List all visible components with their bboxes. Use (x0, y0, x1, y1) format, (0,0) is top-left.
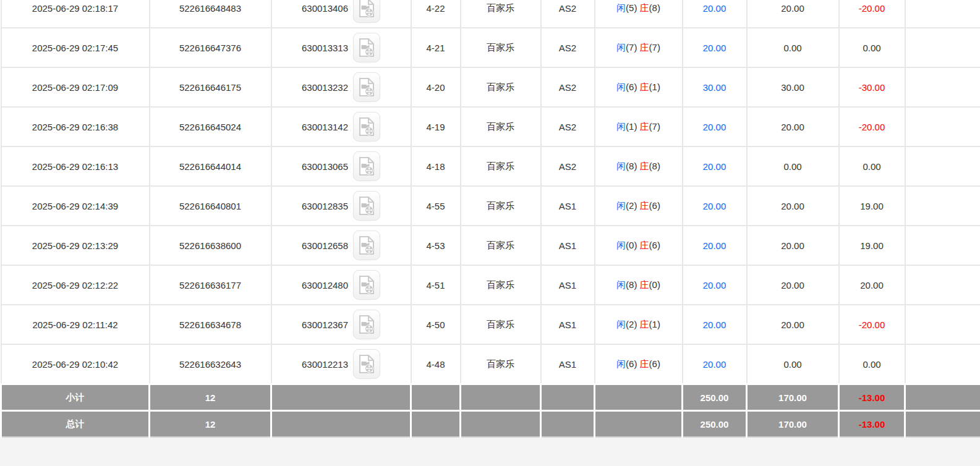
empty-cell (905, 146, 980, 186)
video-replay-button[interactable] (353, 270, 380, 300)
bet-number-cell: 522616644014 (150, 146, 271, 186)
bet-amount-cell: 20.00 (683, 186, 747, 226)
player-result-label: 闲 (616, 279, 626, 290)
footer-empty-cell (595, 384, 683, 411)
video-replay-icon (359, 315, 375, 334)
video-replay-button[interactable] (353, 191, 380, 221)
video-replay-button[interactable] (353, 310, 380, 339)
valid-amount-cell: 0.00 (747, 344, 839, 384)
footer-empty-cell (595, 411, 683, 438)
player-points: (2) (626, 200, 640, 211)
session-cell: 4-48 (411, 344, 461, 384)
table-code-cell: AS2 (541, 146, 595, 186)
footer-valid-total-cell: 170.00 (747, 384, 839, 411)
table-code-cell: AS2 (541, 107, 595, 146)
game-type-cell: 百家乐 (461, 305, 541, 344)
round-number-cell: 630013065 (271, 146, 411, 186)
video-replay-button[interactable] (353, 349, 380, 379)
bet-number-cell: 522616636177 (150, 265, 271, 305)
banker-points: (6) (649, 200, 660, 211)
bet-history-table: 2025-06-29 02:18:17522616648483630013406… (0, 0, 980, 438)
totals-body: 小计12250.00170.00-13.00总计12250.00170.00-1… (1, 384, 980, 438)
valid-amount-cell: 20.00 (747, 0, 839, 28)
banker-result-label: 庄 (640, 121, 649, 132)
table-code-cell: AS2 (541, 67, 595, 107)
banker-points: (8) (649, 161, 660, 171)
game-type-cell: 百家乐 (461, 67, 541, 107)
result-cell: 闲(1) 庄(7) (595, 107, 683, 146)
win-loss-cell: -20.00 (839, 107, 905, 146)
table-code-cell: AS2 (541, 28, 595, 67)
session-cell: 4-18 (411, 146, 461, 186)
win-loss-cell: -20.00 (839, 0, 905, 28)
game-type-cell: 百家乐 (461, 107, 541, 146)
valid-amount-cell: 20.00 (747, 186, 839, 226)
banker-result-label: 庄 (640, 161, 649, 171)
bet-amount-cell: 20.00 (683, 265, 747, 305)
banker-points: (7) (649, 42, 660, 53)
footer-empty-cell (541, 384, 595, 411)
game-type-cell: 百家乐 (461, 186, 541, 226)
valid-amount-cell: 20.00 (747, 107, 839, 146)
result-cell: 闲(0) 庄(6) (595, 226, 683, 265)
empty-cell (905, 265, 980, 305)
game-type-cell: 百家乐 (461, 226, 541, 265)
round-number-text: 630013313 (302, 43, 348, 53)
result-cell: 闲(2) 庄(1) (595, 305, 683, 344)
round-number-cell: 630013313 (271, 28, 411, 67)
bet-record-row: 2025-06-29 02:14:39522616640801630012835… (1, 186, 980, 226)
bet-time-cell: 2025-06-29 02:11:42 (1, 305, 150, 344)
game-type-cell: 百家乐 (461, 344, 541, 384)
footer-empty-cell (271, 411, 411, 438)
footer-empty-cell (541, 411, 595, 438)
empty-cell (905, 186, 980, 226)
player-result-label: 闲 (616, 2, 626, 13)
player-result-label: 闲 (616, 161, 626, 171)
table-code-cell: AS1 (541, 305, 595, 344)
bet-amount-cell: 20.00 (683, 344, 747, 384)
video-replay-button[interactable] (353, 72, 380, 102)
result-cell: 闲(5) 庄(8) (595, 0, 683, 28)
video-replay-icon (359, 157, 375, 176)
valid-amount-cell: 20.00 (747, 305, 839, 344)
win-loss-cell: -30.00 (839, 67, 905, 107)
footer-valid-total-cell: 170.00 (747, 411, 839, 438)
footer-win-loss-cell: -13.00 (839, 411, 905, 438)
banker-points: (8) (649, 2, 660, 13)
video-replay-button[interactable] (353, 151, 380, 181)
bet-record-row: 2025-06-29 02:16:13522616644014630013065… (1, 146, 980, 186)
video-replay-button[interactable] (353, 231, 380, 260)
empty-cell (905, 28, 980, 67)
bet-time-cell: 2025-06-29 02:17:45 (1, 28, 150, 67)
bet-number-cell: 522616647376 (150, 28, 271, 67)
video-replay-icon (359, 78, 375, 96)
empty-cell (905, 67, 980, 107)
banker-result-label: 庄 (640, 319, 649, 329)
video-replay-button[interactable] (353, 112, 380, 142)
bet-amount-cell: 20.00 (683, 146, 747, 186)
session-cell: 4-22 (411, 0, 461, 28)
player-points: (2) (626, 319, 640, 329)
grand-total-row: 总计12250.00170.00-13.00 (1, 411, 980, 438)
table-code-cell: AS1 (541, 265, 595, 305)
bet-amount-cell: 20.00 (683, 0, 747, 28)
video-replay-button[interactable] (353, 33, 380, 62)
player-result-label: 闲 (616, 121, 626, 132)
valid-amount-cell: 0.00 (747, 28, 839, 67)
session-cell: 4-55 (411, 186, 461, 226)
empty-cell (905, 344, 980, 384)
empty-cell (905, 107, 980, 146)
player-result-label: 闲 (616, 82, 626, 92)
result-cell: 闲(7) 庄(7) (595, 28, 683, 67)
bet-record-row: 2025-06-29 02:17:09522616646175630013232… (1, 67, 980, 107)
banker-points: (6) (649, 358, 660, 369)
round-number-cell: 630012367 (271, 305, 411, 344)
valid-amount-cell: 30.00 (747, 67, 839, 107)
banker-result-label: 庄 (640, 2, 649, 13)
session-cell: 4-19 (411, 107, 461, 146)
bet-number-cell: 522616638600 (150, 226, 271, 265)
bet-number-cell: 522616634678 (150, 305, 271, 344)
win-loss-cell: 19.00 (839, 226, 905, 265)
video-replay-button[interactable] (353, 0, 380, 23)
round-number-cell: 630012213 (271, 344, 411, 384)
